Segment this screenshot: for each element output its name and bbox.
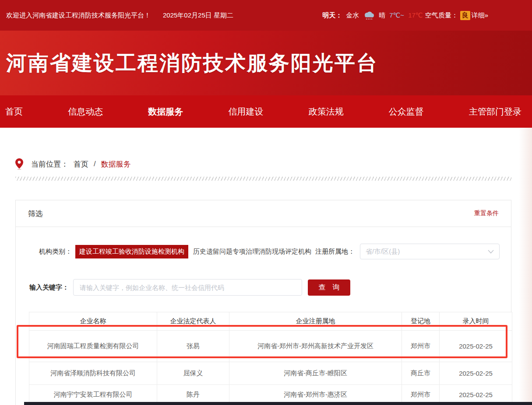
weather-aqi-label: 空气质量：: [425, 11, 458, 20]
weather-city: 金水: [346, 11, 359, 20]
footer-bar: [24, 402, 532, 405]
filter-row-keyword: 输入关键字： 查 询: [16, 279, 511, 296]
weather-detail-link[interactable]: 详细»: [472, 11, 488, 20]
main-nav: 首页信息动态数据服务信用建设政策法规公众监督主管部门登录: [0, 95, 532, 128]
filter-row-category-region: 机构类别： 建设工程竣工验收消防设施检测机构历史遗留问题专项治理消防现场评定机构…: [16, 244, 511, 259]
divider-pattern: [15, 177, 511, 181]
region-select[interactable]: 省/市/区(县): [360, 244, 500, 259]
table-row[interactable]: 河南省泽顺消防科技有限公司屈保义河南省-商丘市-睢阳区商丘市2025-02-25: [29, 362, 512, 385]
results-table-wrap: 企业名称企业法定代表人企业注册属地登记地录入时间 河南固瑞工程质量检测有限公司张…: [29, 312, 512, 405]
cell-entry_date: 2025-02-25: [440, 362, 512, 385]
cell-region: 河南省-商丘市-睢阳区: [229, 362, 402, 385]
category-option-acceptance-testing[interactable]: 建设工程竣工验收消防设施检测机构: [75, 245, 188, 258]
site-title: 河南省建设工程消防技术服务阳光平台: [6, 49, 378, 77]
filter-panel: 筛选 重置条件 机构类别： 建设工程竣工验收消防设施检测机构历史遗留问题专项治理…: [15, 200, 511, 405]
cell-entry_date: 2025-02-25: [440, 331, 512, 362]
cell-legal_rep: 屈保义: [157, 362, 229, 385]
breadcrumb-home-link[interactable]: 首页: [74, 159, 88, 169]
search-button[interactable]: 查 询: [308, 279, 350, 296]
cell-registry: 郑州市: [402, 331, 440, 362]
region-label: 注册所属地：: [315, 248, 355, 256]
nav-item-home[interactable]: 首页: [5, 106, 23, 118]
cell-name: 河南省泽顺消防科技有限公司: [29, 362, 157, 385]
table-header-row: 企业名称企业法定代表人企业注册属地登记地录入时间: [29, 312, 512, 331]
weather-temp-high: 17℃: [408, 11, 423, 19]
breadcrumb-label: 当前位置：: [31, 159, 68, 169]
keyword-label: 输入关键字：: [29, 283, 69, 292]
topbar: 欢迎进入河南省建设工程消防技术服务阳光平台！ 2025年02月25日 星期二 明…: [0, 0, 532, 31]
results-table: 企业名称企业法定代表人企业注册属地登记地录入时间 河南固瑞工程质量检测有限公司张…: [29, 312, 512, 405]
column-header: 录入时间: [440, 312, 512, 331]
weather-condition: 晴: [379, 11, 385, 20]
cell-legal_rep: 张易: [157, 331, 229, 362]
cell-name: 河南固瑞工程质量检测有限公司: [29, 331, 157, 362]
breadcrumb-current-link[interactable]: 数据服务: [101, 159, 131, 169]
filter-panel-header: 筛选 重置条件: [16, 200, 511, 227]
table-row-highlighted[interactable]: 河南固瑞工程质量检测有限公司张易河南省-郑州市-郑州高新技术产业开发区郑州市20…: [29, 331, 512, 362]
category-label: 机构类别：: [39, 248, 72, 256]
region-select-placeholder: 省/市/区(县): [366, 248, 400, 256]
nav-item-credit[interactable]: 信用建设: [228, 106, 263, 118]
nav-item-news[interactable]: 信息动态: [68, 106, 103, 118]
weather-tomorrow-label: 明天：: [322, 11, 342, 20]
column-header: 企业法定代表人: [157, 312, 229, 331]
nav-item-data-service[interactable]: 数据服务: [148, 106, 183, 118]
column-header: 登记地: [402, 312, 440, 331]
chevron-down-icon: [488, 250, 494, 254]
nav-item-supervision[interactable]: 公众监督: [389, 106, 424, 118]
filter-title: 筛选: [28, 209, 43, 219]
category-option-legacy-assessment[interactable]: 历史遗留问题专项治理消防现场评定机构: [189, 245, 315, 258]
cell-registry: 商丘市: [402, 362, 440, 385]
welcome-text: 欢迎进入河南省建设工程消防技术服务阳光平台！: [6, 11, 151, 20]
date-text: 2025年02月25日 星期二: [163, 11, 233, 20]
column-header: 企业注册属地: [229, 312, 402, 331]
location-pin-icon: [15, 158, 23, 170]
breadcrumb: 当前位置： 首页 / 数据服务: [15, 158, 131, 170]
weather-temp-low: 7℃~: [389, 11, 404, 19]
nav-item-admin-login[interactable]: 主管部门登录: [469, 106, 521, 118]
nav-item-policy[interactable]: 政策法规: [309, 106, 344, 118]
column-header: 企业名称: [29, 312, 157, 331]
right-edge-gradient: [519, 128, 532, 405]
keyword-input[interactable]: [73, 279, 302, 296]
site-banner: 河南省建设工程消防技术服务阳光平台: [0, 31, 532, 95]
weather-widget: 明天： 金水 晴 7℃~ 17℃ 空气质量： 良 详细»: [322, 11, 488, 20]
breadcrumb-separator: /: [94, 160, 96, 168]
weather-aqi-badge: 良: [460, 11, 470, 20]
category-options: 建设工程竣工验收消防设施检测机构历史遗留问题专项治理消防现场评定机构: [75, 245, 315, 258]
cloud-icon: [363, 11, 375, 20]
reset-filters-link[interactable]: 重置条件: [474, 209, 499, 217]
cell-region: 河南省-郑州市-郑州高新技术产业开发区: [229, 331, 402, 362]
